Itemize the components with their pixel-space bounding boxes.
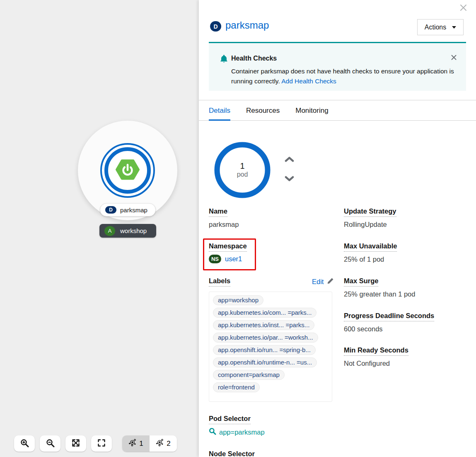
actions-label: Actions bbox=[425, 24, 446, 31]
topology-layout-icon bbox=[128, 438, 137, 449]
label-chip[interactable]: app.openshift.io/run... =spring-b... bbox=[213, 345, 316, 355]
label-chip[interactable]: app.openshift.io/runtime-n... =us... bbox=[213, 357, 317, 367]
topology-controls: 1 2 bbox=[14, 435, 177, 452]
application-label-workshop[interactable]: A workshop bbox=[99, 224, 156, 238]
tab-monitoring[interactable]: Monitoring bbox=[295, 100, 328, 121]
layout-2-count: 2 bbox=[167, 440, 170, 448]
resource-side-panel: D parksmap Actions Health Checks bbox=[199, 0, 476, 457]
min-ready-seconds-heading: Min Ready Seconds bbox=[344, 346, 408, 354]
labels-list: app=workshop app.kubernetes.io/com... =p… bbox=[209, 292, 332, 402]
update-strategy-heading: Update Strategy bbox=[344, 207, 396, 215]
panel-close-button[interactable] bbox=[458, 3, 468, 13]
resource-title-link[interactable]: parksmap bbox=[225, 19, 269, 31]
layout-1-button[interactable]: 1 bbox=[122, 435, 150, 452]
alert-body: Container parksmap does not have health … bbox=[231, 66, 460, 86]
chevron-up-icon bbox=[285, 156, 294, 163]
node-selector-heading: Node Selector bbox=[209, 450, 255, 457]
application-badge: A bbox=[104, 226, 115, 236]
name-value: parksmap bbox=[209, 221, 239, 228]
spring-boot-icon bbox=[115, 158, 140, 183]
update-strategy-value: RollingUpdate bbox=[344, 221, 387, 228]
search-icon bbox=[209, 428, 216, 437]
chevron-down-icon bbox=[285, 176, 294, 183]
zoom-out-button[interactable] bbox=[40, 435, 60, 452]
layout-1-count: 1 bbox=[139, 440, 143, 448]
pod-donut-chart[interactable]: 1 pod bbox=[211, 139, 273, 201]
layout-switcher: 1 2 bbox=[122, 435, 177, 452]
deployment-badge: D bbox=[210, 21, 221, 32]
edit-label: Edit bbox=[312, 278, 324, 286]
node-label-parksmap[interactable]: D parksmap bbox=[100, 203, 156, 216]
namespace-badge: NS bbox=[209, 255, 221, 263]
scale-up-button[interactable] bbox=[285, 156, 294, 164]
zoom-out-icon bbox=[46, 439, 55, 449]
pod-count: 1 bbox=[240, 161, 244, 170]
max-surge-heading: Max Surge bbox=[344, 277, 378, 285]
scale-down-button[interactable] bbox=[285, 176, 294, 183]
tab-details[interactable]: Details bbox=[209, 100, 230, 121]
alert-body-text: Container parksmap does not have health … bbox=[231, 68, 454, 85]
max-unavailable-value: 25% of 1 pod bbox=[344, 255, 384, 263]
health-checks-alert: Health Checks Container parksmap does no… bbox=[209, 42, 466, 91]
progress-deadline-value: 600 seconds bbox=[344, 325, 383, 333]
zoom-in-icon bbox=[20, 439, 29, 449]
deployment-node-parksmap[interactable] bbox=[100, 143, 155, 198]
pod-selector-heading: Pod Selector bbox=[209, 415, 251, 423]
pod-selector-link[interactable]: app=parksmap bbox=[219, 428, 265, 436]
tab-resources[interactable]: Resources bbox=[246, 100, 280, 121]
panel-tabs: Details Resources Monitoring bbox=[199, 100, 476, 121]
pod-donut-label: 1 pod bbox=[211, 139, 273, 201]
close-icon bbox=[460, 4, 467, 13]
caret-down-icon bbox=[452, 26, 456, 29]
label-chip[interactable]: app.kubernetes.io/par... =worksh... bbox=[213, 333, 318, 343]
node-label-text: parksmap bbox=[120, 207, 147, 214]
deployment-badge: D bbox=[105, 206, 116, 214]
close-icon bbox=[451, 54, 457, 62]
label-chip[interactable]: app.kubernetes.io/inst... =parks... bbox=[213, 320, 314, 330]
fit-to-screen-button[interactable] bbox=[65, 435, 86, 452]
labels-edit-button[interactable]: Edit bbox=[312, 277, 334, 286]
topology-page: D parksmap A workshop bbox=[0, 0, 476, 457]
max-surge-value: 25% greater than 1 pod bbox=[344, 290, 415, 298]
pod-selector-row: app=parksmap bbox=[209, 428, 265, 437]
labels-heading: Labels bbox=[209, 277, 230, 285]
progress-deadline-heading: Progress Deadline Seconds bbox=[344, 312, 434, 320]
alert-title: Health Checks bbox=[231, 55, 277, 62]
label-chip[interactable]: app=workshop bbox=[213, 295, 263, 305]
topology-canvas[interactable]: D parksmap A workshop bbox=[0, 0, 199, 457]
label-chip[interactable]: component=parksmap bbox=[213, 370, 285, 380]
min-ready-seconds-value: Not Configured bbox=[344, 360, 390, 367]
layout-2-button[interactable]: 2 bbox=[150, 435, 177, 452]
bell-icon bbox=[220, 54, 228, 65]
topology-layout-icon bbox=[156, 438, 164, 449]
name-heading: Name bbox=[209, 207, 227, 215]
application-label-text: workshop bbox=[120, 227, 147, 234]
label-chip[interactable]: role=frontend bbox=[213, 382, 260, 392]
actions-dropdown[interactable]: Actions bbox=[417, 19, 464, 35]
fullscreen-button[interactable] bbox=[91, 435, 112, 452]
label-chip[interactable]: app.kubernetes.io/com... =parks... bbox=[213, 308, 317, 318]
fit-to-screen-icon bbox=[72, 439, 80, 448]
alert-close-button[interactable] bbox=[449, 54, 458, 62]
zoom-in-button[interactable] bbox=[14, 435, 35, 452]
namespace-row: NS user1 bbox=[209, 255, 242, 263]
add-health-checks-link[interactable]: Add Health Checks bbox=[281, 78, 336, 85]
namespace-heading: Namespace bbox=[209, 242, 247, 250]
fullscreen-icon bbox=[97, 439, 106, 448]
pod-unit: pod bbox=[237, 170, 248, 179]
max-unavailable-heading: Max Unavailable bbox=[344, 242, 397, 250]
deployment-node-ring bbox=[104, 147, 151, 194]
pencil-icon bbox=[327, 277, 334, 286]
namespace-link[interactable]: user1 bbox=[225, 255, 242, 263]
